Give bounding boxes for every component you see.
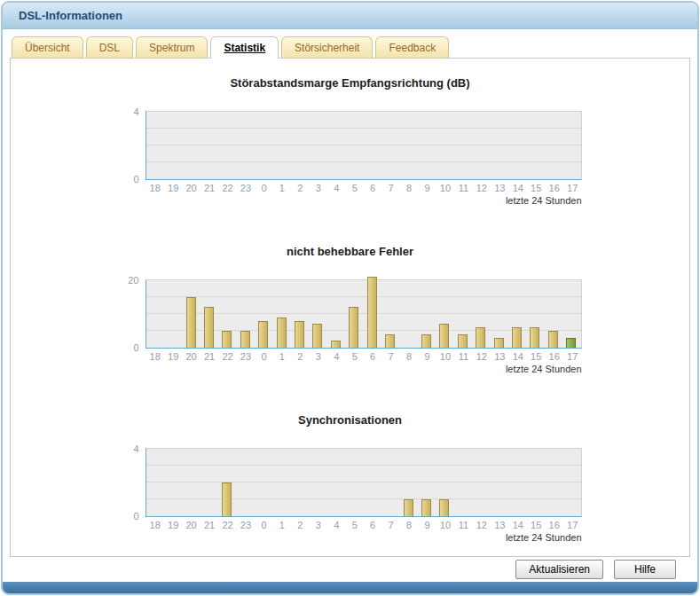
y-axis-max-label: 4 (133, 443, 138, 454)
chart-title: Synchronisationen (119, 413, 582, 427)
y-axis-max-label: 4 (133, 106, 138, 117)
x-axis-labels: 18192021222301234567891011121314151617 (146, 183, 582, 193)
x-tick-label: 3 (310, 183, 327, 193)
x-tick-label: 16 (545, 183, 562, 193)
bar (530, 327, 539, 348)
gridline (146, 482, 581, 482)
bar (258, 321, 268, 348)
x-tick-label: 4 (327, 183, 345, 193)
x-tick-label: 16 (545, 520, 562, 530)
x-tick-label: 21 (201, 351, 218, 362)
x-tick-label: 0 (255, 520, 272, 530)
chart-footnote: letzte 24 Stunden (146, 532, 582, 543)
x-tick-label: 18 (146, 520, 164, 530)
x-tick-label: 0 (255, 351, 272, 362)
plot-area (146, 279, 582, 349)
bar (312, 324, 322, 348)
x-tick-label: 19 (164, 351, 182, 362)
x-tick-label: 7 (381, 520, 399, 530)
charts: Störabstandsmarge Empfangsrichtung (dB)4… (11, 76, 689, 543)
x-tick-label: 2 (291, 183, 309, 193)
x-tick-label: 8 (400, 351, 418, 362)
statistik-panel: Störabstandsmarge Empfangsrichtung (dB)4… (10, 58, 690, 557)
chart-1: nicht behebbare Fehler200181920212223012… (119, 245, 582, 374)
gridline (146, 145, 581, 145)
bar (277, 318, 287, 348)
x-tick-label: 14 (509, 183, 527, 193)
bar (222, 331, 232, 348)
x-tick-label: 3 (310, 520, 327, 530)
y-axis: 40 (119, 111, 146, 180)
x-tick-label: 17 (563, 183, 581, 193)
x-tick-label: 5 (345, 351, 363, 362)
x-tick-label: 1 (273, 183, 291, 193)
x-tick-label: 10 (437, 351, 454, 362)
x-tick-label: 9 (418, 351, 436, 362)
x-tick-label: 11 (454, 520, 472, 530)
x-tick-label: 16 (545, 351, 562, 362)
bar (385, 334, 395, 348)
refresh-button[interactable]: Aktualisieren (515, 560, 603, 579)
gridline (146, 498, 581, 499)
x-tick-label: 13 (491, 183, 508, 193)
bar (421, 499, 431, 516)
tab-spektrum[interactable]: Spektrum (136, 36, 208, 58)
x-tick-label: 20 (182, 520, 200, 530)
bar (186, 297, 196, 348)
x-tick-label: 1 (273, 351, 291, 362)
x-tick-label: 11 (454, 183, 472, 193)
tab-statistik[interactable]: Statistik (210, 36, 279, 59)
plot-area (146, 111, 582, 180)
bar (439, 499, 449, 516)
x-tick-label: 10 (437, 520, 454, 530)
y-axis-min-label: 0 (133, 511, 138, 522)
x-tick-label: 17 (563, 520, 581, 530)
chart-footnote: letzte 24 Stunden (146, 195, 582, 206)
chart-footnote: letzte 24 Stunden (146, 364, 582, 374)
bar (421, 334, 431, 348)
bar (476, 327, 485, 348)
x-tick-label: 4 (327, 351, 345, 362)
gridline (146, 296, 581, 297)
x-tick-label: 22 (218, 351, 236, 362)
x-tick-label: 23 (237, 520, 255, 530)
chart-0: Störabstandsmarge Empfangsrichtung (dB)4… (119, 76, 582, 206)
x-tick-label: 12 (473, 183, 491, 193)
chart-title: nicht behebbare Fehler (119, 245, 582, 258)
button-row: Aktualisieren Hilfe (3, 557, 697, 582)
x-tick-label: 0 (255, 183, 272, 193)
help-button[interactable]: Hilfe (614, 560, 676, 579)
x-tick-label: 2 (291, 351, 309, 362)
bar (222, 482, 232, 516)
bar (204, 307, 214, 348)
bar (240, 331, 250, 348)
bottom-accent-strip (3, 582, 697, 593)
x-tick-label: 12 (473, 520, 491, 530)
gridline (146, 161, 581, 162)
x-tick-label: 10 (437, 183, 454, 193)
x-tick-label: 14 (509, 351, 527, 362)
bar (367, 277, 377, 348)
bar (404, 499, 413, 516)
tab--bersicht[interactable]: Übersicht (12, 36, 83, 58)
tab-st-rsicherheit[interactable]: Störsicherheit (281, 36, 373, 58)
x-tick-label: 11 (454, 351, 472, 362)
x-tick-label: 15 (527, 520, 545, 530)
x-tick-label: 18 (146, 351, 164, 362)
x-tick-label: 23 (237, 351, 255, 362)
y-axis: 40 (119, 448, 146, 517)
x-tick-label: 6 (364, 520, 381, 530)
x-tick-label: 2 (291, 520, 309, 530)
tab-feedback[interactable]: Feedback (375, 36, 449, 58)
bar (512, 327, 522, 348)
x-tick-label: 7 (381, 183, 399, 193)
x-tick-label: 21 (201, 183, 218, 193)
tab-bar: ÜbersichtDSLSpektrumStatistikStörsicherh… (3, 29, 697, 58)
gridline (146, 465, 581, 466)
x-tick-label: 22 (218, 520, 236, 530)
x-tick-label: 15 (527, 351, 545, 362)
tab-dsl[interactable]: DSL (86, 36, 133, 58)
plot-area (146, 448, 582, 517)
x-tick-label: 19 (164, 520, 182, 530)
x-axis-labels: 18192021222301234567891011121314151617 (146, 351, 582, 362)
